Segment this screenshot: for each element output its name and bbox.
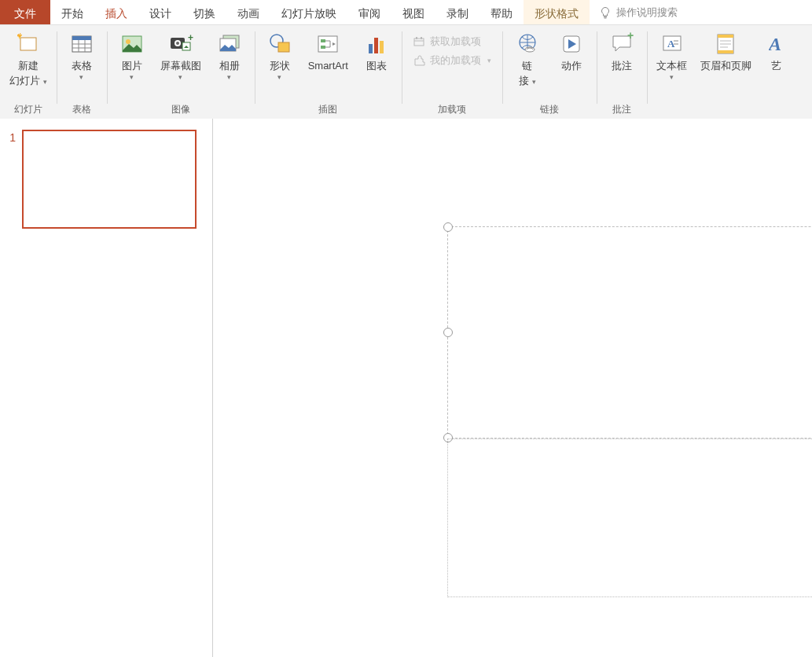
svg-rect-21 [416, 37, 417, 39]
album-icon [217, 31, 242, 57]
svg-rect-18 [374, 38, 378, 53]
smartart-button[interactable]: SmartArt [307, 30, 350, 72]
action-icon [559, 31, 584, 57]
chart-icon [364, 31, 389, 57]
shapes-icon [267, 31, 292, 57]
textbox-button[interactable]: A 文本框 ▾ [655, 30, 689, 81]
shapes-label: 形状 [270, 60, 290, 72]
album-caret-icon: ▾ [227, 73, 231, 81]
store-icon [413, 35, 425, 48]
screenshot-caret-icon: ▾ [178, 73, 182, 81]
action-button[interactable]: 动作 [554, 30, 589, 72]
table-button[interactable]: 表格 ▾ [64, 30, 99, 81]
my-addins-caret-icon: ▾ [487, 57, 491, 64]
addins-icon [413, 54, 425, 67]
group-tables-label: 表格 [64, 101, 99, 119]
tab-transition[interactable]: 切换 [182, 0, 226, 24]
group-addins: 获取加载项 我的加载项 ▾ 加载项 [402, 25, 502, 119]
svg-rect-2 [72, 36, 91, 40]
smartart-label: SmartArt [308, 60, 348, 72]
tab-insert[interactable]: 插入 [94, 0, 138, 24]
shapes-caret-icon: ▾ [277, 73, 281, 81]
table-label: 表格 [72, 60, 92, 72]
tell-me-placeholder: 操作说明搜索 [616, 6, 678, 20]
slide-canvas-area: 单击此 [212, 119, 812, 657]
tell-me-search[interactable]: 操作说明搜索 [599, 0, 678, 24]
svg-rect-17 [369, 44, 373, 53]
headerfooter-button[interactable]: 页眉和页脚 [699, 30, 753, 72]
thumbnail-number: 1 [6, 130, 16, 144]
tab-view[interactable]: 视图 [391, 0, 435, 24]
group-illustrations: 形状 ▾ SmartArt [255, 25, 402, 119]
group-slides-label: 幻灯片 [8, 101, 49, 119]
new-slide-label-2: 幻灯片 ▾ [9, 75, 47, 88]
lightbulb-icon [599, 6, 612, 19]
get-addins-button[interactable]: 获取加载项 [410, 33, 494, 50]
svg-rect-19 [380, 41, 384, 53]
group-comments-label: 批注 [604, 101, 639, 119]
comment-icon: + [609, 31, 634, 57]
tab-animation[interactable]: 动画 [226, 0, 270, 24]
picture-button[interactable]: 图片 ▾ [115, 30, 149, 81]
picture-caret-icon: ▾ [130, 73, 134, 81]
tab-slideshow[interactable]: 幻灯片放映 [270, 0, 347, 24]
group-illustrations-label: 插图 [263, 101, 394, 119]
new-slide-icon [16, 31, 41, 57]
screenshot-button[interactable]: + 屏幕截图 ▾ [159, 30, 203, 81]
wordart-button[interactable]: A 艺 [762, 30, 791, 72]
group-text: A 文本框 ▾ [647, 25, 791, 119]
thumbnail-row: 1 [6, 130, 204, 229]
group-tables: 表格 ▾ 表格 [57, 25, 107, 119]
tab-design[interactable]: 设计 [138, 0, 182, 24]
svg-point-7 [176, 42, 179, 45]
tab-home[interactable]: 开始 [50, 0, 94, 24]
new-slide-button[interactable]: 新建 幻灯片 ▾ [8, 30, 49, 88]
tab-help[interactable]: 帮助 [479, 0, 524, 24]
picture-icon [119, 31, 145, 57]
group-links-label: 链接 [510, 101, 589, 119]
tab-file[interactable]: 文件 [0, 0, 50, 24]
action-label: 动作 [561, 60, 582, 72]
shapes-button[interactable]: 形状 ▾ [263, 30, 297, 81]
ribbon: 新建 幻灯片 ▾ 幻灯片 表格 ▾ [0, 25, 812, 120]
headerfooter-icon [713, 31, 738, 57]
album-button[interactable]: 相册 ▾ [212, 30, 247, 81]
svg-text:A: A [769, 34, 781, 54]
link-button[interactable]: 链 接 ▾ [510, 30, 545, 88]
svg-rect-15 [321, 39, 325, 42]
tab-review[interactable]: 审阅 [347, 0, 391, 24]
slide-thumbnails-pane[interactable]: 1 [0, 119, 212, 657]
handle-top-left[interactable] [443, 222, 453, 232]
svg-rect-20 [414, 39, 424, 46]
smartart-icon [315, 31, 340, 57]
my-addins-label: 我的加载项 [430, 53, 481, 68]
comment-button[interactable]: + 批注 [604, 30, 639, 72]
tab-record[interactable]: 录制 [435, 0, 479, 24]
thumbnail-slide-1[interactable] [22, 130, 197, 229]
group-comments: + 批注 批注 [597, 25, 647, 119]
svg-point-4 [126, 39, 130, 44]
my-addins-button[interactable]: 我的加载项 ▾ [410, 52, 494, 69]
svg-rect-16 [321, 46, 325, 49]
ribbon-tabs: 文件 开始 插入 设计 切换 动画 幻灯片放映 审阅 视图 录制 帮助 形状格式… [0, 0, 812, 25]
svg-rect-31 [718, 50, 733, 53]
wordart-label: 艺 [771, 60, 781, 72]
group-slides: 新建 幻灯片 ▾ 幻灯片 [0, 25, 57, 119]
svg-rect-0 [20, 38, 36, 50]
wordart-icon: A [764, 31, 789, 57]
subtitle-placeholder[interactable]: 单击此 [447, 439, 812, 597]
textbox-caret-icon: ▾ [670, 73, 674, 81]
handle-mid-left[interactable] [443, 328, 453, 337]
slide: 单击此 [314, 128, 812, 657]
get-addins-label: 获取加载项 [430, 35, 481, 49]
slide-canvas[interactable]: 单击此 [212, 119, 812, 657]
powerpoint-window: 文件 开始 插入 设计 切换 动画 幻灯片放映 审阅 视图 录制 帮助 形状格式… [0, 0, 812, 657]
chart-button[interactable]: 图表 [359, 30, 394, 72]
title-placeholder[interactable] [447, 226, 812, 439]
link-label-1: 链 [522, 60, 532, 72]
tab-shape-format[interactable]: 形状格式 [524, 0, 590, 24]
screenshot-label: 屏幕截图 [160, 60, 201, 72]
main-area: 1 单击此 [0, 119, 812, 657]
chart-label: 图表 [366, 60, 387, 72]
link-label-2: 接 ▾ [519, 75, 536, 88]
